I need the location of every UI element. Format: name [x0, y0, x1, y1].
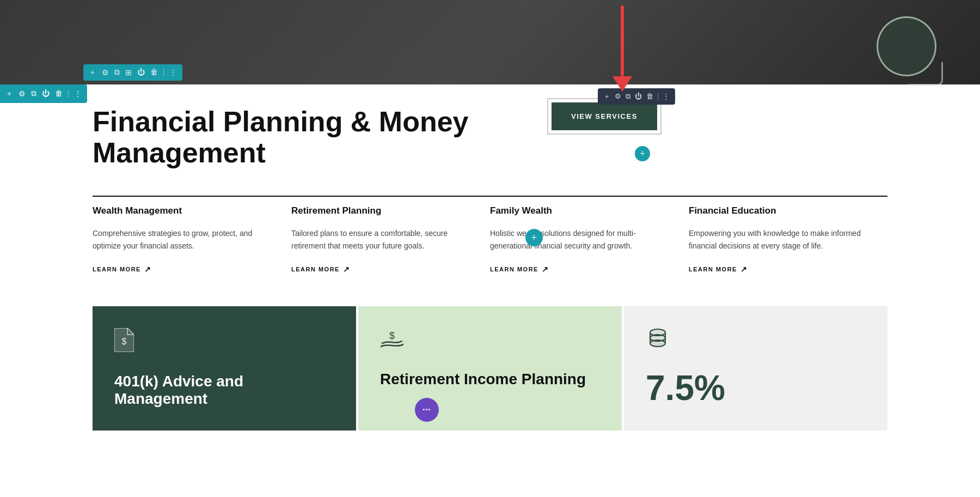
float-gear-icon[interactable]: ⚙ [615, 92, 621, 101]
services-grid: Wealth Management Comprehensive strategi… [93, 196, 887, 274]
trash-icon-left[interactable]: 🗑 [55, 89, 63, 98]
arrow-icon-1: ↗ [343, 265, 351, 274]
float-copy-icon[interactable]: ⧉ [626, 92, 630, 101]
svg-text:$: $ [389, 330, 395, 341]
float-add-icon[interactable]: ＋ [603, 92, 610, 101]
service-desc-3: Empowering you with knowledge to make in… [689, 227, 871, 252]
service-desc-2: Holistic wealth solutions designed for m… [490, 227, 672, 252]
card-title-401k: 401(k) Advice and Management [114, 373, 334, 408]
gear-icon[interactable]: ⚙ [102, 68, 109, 77]
toolbar-divider-left [68, 90, 69, 98]
card-title-retirement: Retirement Income Planning [380, 371, 600, 388]
learn-more-1[interactable]: LEARN MORE ↗ [291, 265, 474, 274]
circle-decoration [877, 16, 936, 76]
plus-center-button[interactable]: + [525, 229, 543, 246]
layers-icon-left[interactable]: ⧉ [31, 89, 36, 98]
service-title-2: Family Wealth [490, 205, 672, 216]
card-icon-retirement: $ [380, 328, 600, 354]
card-retirement: $ Retirement Income Planning [358, 306, 622, 431]
float-dots-icon[interactable]: ⋮ [663, 92, 670, 101]
arrow-icon-2: ↗ [542, 265, 549, 274]
card-stat: 7.5% [624, 306, 887, 431]
add-icon-left[interactable]: ＋ [5, 89, 13, 99]
dots-icon-left[interactable]: ⋮ [74, 89, 82, 99]
toolbar-divider [163, 69, 164, 76]
svg-text:$: $ [122, 337, 127, 346]
service-title-1: Retirement Planning [291, 205, 474, 216]
arrow-icon-0: ↗ [144, 265, 152, 274]
page-title: Financial Planning & Money Management [93, 106, 474, 168]
grid-icon[interactable]: ⊞ [125, 68, 132, 77]
card-401k: $ 401(k) Advice and Management [93, 306, 356, 431]
service-title-0: Wealth Management [93, 205, 275, 216]
top-toolbar: ＋ ⚙ ⧉ ⊞ ⏻ 🗑 ⋮ [83, 64, 182, 81]
learn-more-0[interactable]: LEARN MORE ↗ [93, 265, 275, 274]
power-icon-left[interactable]: ⏻ [42, 89, 50, 98]
main-content: Financial Planning & Money Management We… [0, 84, 980, 497]
service-col-1: Retirement Planning Tailored plans to en… [291, 196, 490, 274]
float-toolbar: ＋ ⚙ ⧉ ⏻ 🗑 ⋮ [598, 88, 675, 105]
svg-point-4 [650, 340, 665, 347]
service-title-3: Financial Education [689, 205, 871, 216]
cards-grid: $ 401(k) Advice and Management $ Retirem… [0, 306, 980, 431]
view-services-button[interactable]: VIEW SERVICES [552, 102, 657, 130]
layers-icon[interactable]: ⧉ [114, 68, 120, 77]
left-toolbar: ＋ ⚙ ⧉ ⏻ 🗑 ⋮ [0, 84, 87, 103]
service-col-0: Wealth Management Comprehensive strategi… [93, 196, 291, 274]
add-icon[interactable]: ＋ [89, 68, 96, 77]
card-icon-401k: $ [114, 328, 334, 356]
card-icon-stat [646, 328, 866, 352]
float-trash-icon[interactable]: 🗑 [646, 92, 653, 101]
chat-bubble[interactable] [415, 398, 439, 422]
learn-more-3[interactable]: LEARN MORE ↗ [689, 265, 871, 274]
service-col-2: Family Wealth Holistic wealth solutions … [490, 196, 689, 274]
card-stat-value: 7.5% [646, 368, 866, 409]
red-arrow [612, 5, 632, 92]
service-col-3: Financial Education Empowering you with … [689, 196, 887, 274]
float-power-icon[interactable]: ⏻ [635, 92, 642, 101]
power-icon[interactable]: ⏻ [137, 68, 145, 77]
service-desc-0: Comprehensive strategies to grow, protec… [93, 227, 275, 252]
learn-more-2[interactable]: LEARN MORE ↗ [490, 265, 672, 274]
trash-icon[interactable]: 🗑 [150, 68, 158, 77]
arrow-icon-3: ↗ [740, 265, 748, 274]
plus-add-button[interactable]: + [635, 146, 650, 161]
service-desc-1: Tailored plans to ensure a comfortable, … [291, 227, 474, 252]
gear-icon-left[interactable]: ⚙ [19, 89, 26, 99]
dots-icon[interactable]: ⋮ [169, 68, 177, 77]
float-divider [658, 93, 658, 100]
